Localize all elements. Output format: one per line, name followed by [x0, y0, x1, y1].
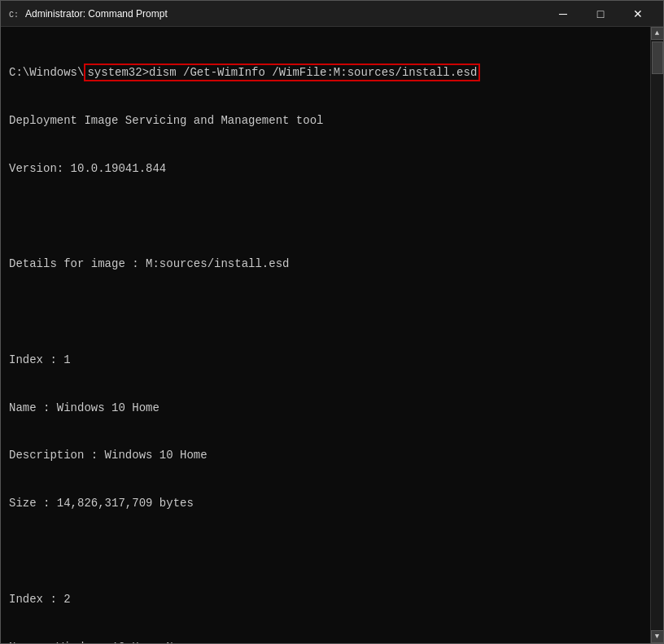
- name2-line: Name : Windows 10 Home N: [9, 640, 642, 643]
- command-prompt-window: C: Administrator: Command Prompt ─ □ ✕ C…: [0, 0, 664, 644]
- desc1-line: Description : Windows 10 Home: [9, 448, 642, 464]
- scrollbar-thumb[interactable]: [652, 42, 663, 74]
- tool-name-line: Deployment Image Servicing and Managemen…: [9, 113, 642, 129]
- command-line: C:\Windows\system32>dism /Get-WimInfo /W…: [9, 65, 642, 81]
- command-text: system32>dism /Get-WimInfo /WimFile:M:so…: [84, 64, 480, 81]
- window-controls: ─ □ ✕: [544, 1, 657, 27]
- cmd-icon: C:: [7, 7, 20, 20]
- title-bar: C: Administrator: Command Prompt ─ □ ✕: [1, 1, 663, 27]
- index1-line: Index : 1: [9, 353, 642, 369]
- name1-line: Name : Windows 10 Home: [9, 401, 642, 417]
- blank-line-3: [9, 544, 642, 560]
- window-title: Administrator: Command Prompt: [25, 8, 544, 20]
- index2-line: Index : 2: [9, 592, 642, 608]
- scroll-down-button[interactable]: ▼: [651, 630, 664, 643]
- size1-line: Size : 14,826,317,709 bytes: [9, 496, 642, 512]
- terminal-output[interactable]: C:\Windows\system32>dism /Get-WimInfo /W…: [1, 27, 650, 643]
- maximize-button[interactable]: □: [582, 1, 619, 27]
- prompt-path: C:\Windows\: [9, 66, 84, 79]
- svg-text:C:: C:: [9, 11, 19, 20]
- version-line: Version: 10.0.19041.844: [9, 161, 642, 177]
- minimize-button[interactable]: ─: [544, 1, 582, 27]
- scrollbar: ▲ ▼: [650, 27, 663, 643]
- details-line: Details for image : M:sources/install.es…: [9, 256, 642, 273]
- scroll-up-button[interactable]: ▲: [651, 27, 664, 40]
- blank-line-2: [9, 304, 642, 321]
- content-area: C:\Windows\system32>dism /Get-WimInfo /W…: [1, 27, 663, 643]
- close-button[interactable]: ✕: [619, 1, 657, 27]
- blank-line-1: [9, 209, 642, 226]
- scrollbar-track[interactable]: [651, 40, 663, 630]
